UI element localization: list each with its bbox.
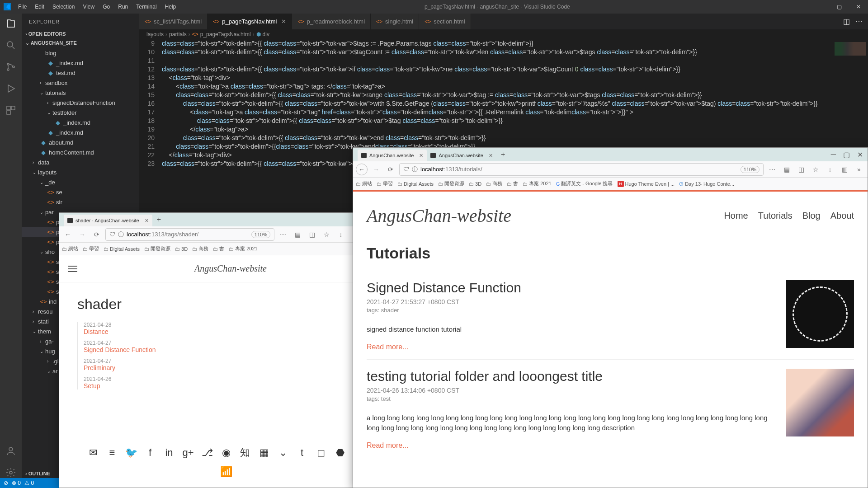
bookmark-item[interactable]: 🗀 專案 2021	[523, 180, 552, 187]
tree-item[interactable]: ⌄_de	[22, 177, 139, 187]
more-icon[interactable]: ⋯	[277, 229, 289, 240]
tree-item[interactable]: ◆test.md	[22, 68, 139, 78]
minimize-button[interactable]: ─	[815, 2, 826, 12]
overflow-icon[interactable]: »	[853, 164, 865, 175]
bookmark-item[interactable]: 🗀 書	[507, 180, 518, 187]
close-button[interactable]: ✕	[857, 150, 863, 159]
bookmark-item[interactable]: 🗀 專案 2021	[229, 245, 258, 252]
hamburger-icon[interactable]	[68, 266, 77, 272]
tree-item[interactable]: ◆about.md	[22, 137, 139, 147]
bookmark-item[interactable]: 🗀 3D	[175, 246, 188, 252]
library-icon[interactable]: ▥	[839, 164, 850, 175]
linkedin-icon[interactable]: in	[163, 447, 175, 459]
tree-item[interactable]: ›signedDistanceFunction	[22, 98, 139, 108]
minimize-button[interactable]: ─	[831, 150, 836, 159]
menu-terminal[interactable]: Terminal	[132, 2, 160, 12]
new-tab-button[interactable]: +	[496, 150, 509, 159]
reader-icon[interactable]: ▤	[292, 229, 303, 240]
search-icon[interactable]	[5, 40, 16, 51]
tree-item[interactable]: ◆_index.md	[22, 127, 139, 137]
open-editors-section[interactable]: › OPEN EDITORS	[22, 29, 139, 38]
bookmark-item[interactable]: 🗀 書	[213, 245, 224, 252]
stackoverflow-icon[interactable]: ≡	[106, 447, 118, 459]
mail-icon[interactable]: ✉	[87, 447, 99, 459]
close-tab-icon[interactable]: ✕	[145, 218, 149, 224]
tree-item[interactable]: ⌄tutorials	[22, 88, 139, 98]
container-icon[interactable]: ◫	[795, 164, 807, 175]
instagram-icon[interactable]: ◻	[315, 447, 327, 459]
editor-tab[interactable]: <>p_readmoreblock.html	[292, 14, 371, 29]
close-button[interactable]: ✕	[853, 2, 864, 12]
tree-item[interactable]: ⌄layouts	[22, 167, 139, 177]
tree-item[interactable]: <>se	[22, 187, 139, 197]
facebook-icon[interactable]: f	[144, 447, 156, 459]
bookmark-item[interactable]: 🗀 Digital Assets	[397, 181, 434, 187]
back-button[interactable]: ←	[356, 164, 368, 175]
tree-item[interactable]: ◆_index.md	[22, 58, 139, 68]
read-more-link[interactable]: Read more...	[367, 441, 777, 450]
tree-item[interactable]: ⌄testfolder	[22, 108, 139, 117]
douban-icon[interactable]: ▦	[258, 447, 270, 459]
nav-tutorials[interactable]: Tutorials	[758, 211, 793, 221]
remote-icon[interactable]: ⊘	[4, 480, 8, 486]
googleplus-icon[interactable]: g+	[182, 447, 194, 459]
forward-button[interactable]: →	[76, 229, 88, 240]
browser-tab[interactable]: AngusChan-website✕	[427, 150, 496, 161]
settings-icon[interactable]	[5, 467, 16, 478]
browser-tab[interactable]: shader · AngusChan-website ✕	[64, 215, 152, 226]
menu-run[interactable]: Run	[114, 2, 132, 12]
debug-icon[interactable]	[5, 83, 16, 94]
tutorial-thumbnail[interactable]	[786, 280, 854, 348]
tree-item[interactable]: ›sandbox	[22, 78, 139, 88]
url-input[interactable]: 🛡 ⓘ localhost:1313/tutorials/ 110%	[399, 163, 764, 176]
post-link[interactable]: Signed Distance Function	[84, 346, 375, 353]
explorer-icon[interactable]	[5, 18, 16, 29]
errors-count[interactable]: ⊗ 0	[12, 480, 21, 486]
read-more-link[interactable]: Read more...	[367, 343, 777, 351]
post-link[interactable]: Distance	[84, 328, 375, 335]
bookmark-item[interactable]: 🗀 商務	[486, 180, 502, 187]
post-link[interactable]: Preliminary	[84, 364, 375, 371]
browser-titlebar[interactable]: shader · AngusChan-website ✕ + ─ ▢ ✕	[59, 213, 393, 226]
post-link[interactable]: Setup	[84, 382, 375, 389]
reload-button[interactable]: ⟳	[91, 229, 103, 240]
more-icon[interactable]: ⋯	[766, 164, 778, 175]
bookmark-item[interactable]: ◷ Day 13· Hugo Conte...	[679, 181, 734, 187]
menu-file[interactable]: File	[14, 2, 30, 12]
menu-edit[interactable]: Edit	[31, 2, 48, 12]
downloads-icon[interactable]: ↓	[335, 229, 347, 240]
bookmark-item[interactable]: 🗀 學習	[83, 245, 99, 252]
tutorial-title[interactable]: Signed Distance Function	[367, 280, 777, 296]
split-editor-icon[interactable]: ◫	[843, 17, 850, 26]
tree-item[interactable]: <>sir	[22, 197, 139, 207]
url-input[interactable]: 🛡 ⓘ localhost:1313/tags/shader/ 110%	[105, 228, 274, 241]
rss-icon[interactable]: 📶	[65, 466, 387, 478]
editor-tab[interactable]: <>section.html	[419, 14, 471, 29]
tree-item[interactable]: blog	[22, 48, 139, 58]
extensions-icon[interactable]	[5, 105, 16, 116]
bookmark-item[interactable]: 🗀 網站	[62, 245, 78, 252]
account-icon[interactable]	[5, 446, 16, 456]
breadcrumbs[interactable]: layouts› partials› <>p_pageTagsNav.html›…	[139, 29, 868, 39]
nav-about[interactable]: About	[830, 211, 854, 221]
editor-tab[interactable]: <>sc_listAllTags.html	[139, 14, 208, 29]
github-icon[interactable]: ⎇	[201, 447, 213, 459]
nav-blog[interactable]: Blog	[802, 211, 821, 221]
tree-item[interactable]: ›data	[22, 157, 139, 167]
maximize-button[interactable]: ▢	[833, 2, 845, 12]
bookmark-item[interactable]: 🗀 網站	[356, 180, 372, 187]
site-title[interactable]: AngusChan-website	[77, 263, 384, 274]
bookmark-item[interactable]: 🗀 3D	[469, 181, 481, 187]
editor-tab[interactable]: <>p_pageTagsNav.html✕	[208, 14, 292, 29]
reload-button[interactable]: ⟳	[385, 164, 396, 175]
new-tab-button[interactable]: +	[152, 216, 165, 224]
browser-titlebar[interactable]: AngusChan-website✕AngusChan-website✕ + ─…	[353, 148, 868, 161]
nav-home[interactable]: Home	[724, 211, 748, 221]
reader-icon[interactable]: ▤	[781, 164, 793, 175]
site-brand[interactable]: AngusChan-website	[367, 205, 511, 226]
bookmark-item[interactable]: G 翻譯英文 - Google 搜尋	[556, 180, 613, 187]
more-icon[interactable]: ⋯	[127, 19, 132, 24]
project-section[interactable]: ⌄ ANGUSCHAN_SITE	[22, 38, 139, 48]
tree-item[interactable]: ◆_index.md	[22, 117, 139, 127]
back-button[interactable]: ←	[62, 229, 74, 240]
